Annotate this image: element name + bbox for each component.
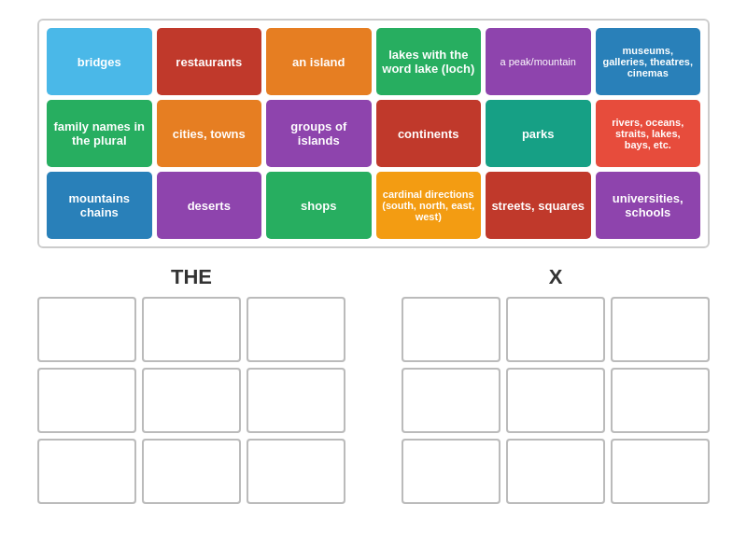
tile-continents[interactable]: continents (376, 100, 482, 167)
x-drop-group: X (402, 265, 710, 504)
drop-cell[interactable] (611, 297, 710, 362)
drop-cell[interactable] (611, 439, 710, 504)
the-drop-group: THE (37, 265, 345, 504)
tile-mountains-chains[interactable]: mountains chains (47, 172, 152, 239)
tile-lakes-word[interactable]: lakes with the word lake (loch) (376, 28, 482, 95)
tile-universities[interactable]: universities, schools (596, 172, 701, 239)
drop-cell[interactable] (247, 368, 345, 433)
drop-cell[interactable] (37, 439, 136, 504)
tile-parks[interactable]: parks (486, 100, 591, 167)
tile-rivers[interactable]: rivers, oceans, straits, lakes, bays, et… (596, 100, 701, 167)
drop-cell[interactable] (247, 439, 345, 504)
drop-cell[interactable] (402, 368, 500, 433)
bottom-section: THE X (37, 265, 710, 504)
tile-museums[interactable]: museums, galleries, theatres, cinemas (596, 28, 701, 95)
tile-grid: bridges restaurants an island lakes with… (37, 19, 710, 248)
tile-shops[interactable]: shops (266, 172, 372, 239)
x-grid (402, 297, 710, 504)
drop-cell[interactable] (142, 368, 241, 433)
tile-cities-towns[interactable]: cities, towns (157, 100, 262, 167)
tile-cardinal-directions[interactable]: cardinal directions (south, north, east,… (376, 172, 482, 239)
drop-cell[interactable] (611, 368, 710, 433)
x-label: X (402, 265, 710, 289)
drop-cell[interactable] (247, 297, 345, 362)
tile-groups-islands[interactable]: groups of islands (266, 100, 372, 167)
tile-streets-squares[interactable]: streets, squares (486, 172, 591, 239)
drop-cell[interactable] (506, 439, 605, 504)
the-grid (37, 297, 345, 504)
tile-deserts[interactable]: deserts (157, 172, 262, 239)
tile-an-island[interactable]: an island (266, 28, 372, 95)
drop-cell[interactable] (506, 297, 605, 362)
tile-bridges[interactable]: bridges (47, 28, 152, 95)
the-label: THE (37, 265, 345, 289)
drop-cell[interactable] (402, 297, 500, 362)
drop-cell[interactable] (506, 368, 605, 433)
drop-cell[interactable] (142, 439, 241, 504)
tile-restaurants[interactable]: restaurants (157, 28, 262, 95)
drop-cell[interactable] (37, 297, 136, 362)
tile-peak-mountain[interactable]: a peak/mountain (486, 28, 591, 95)
drop-cell[interactable] (37, 368, 136, 433)
drop-cell[interactable] (142, 297, 241, 362)
tile-family-names[interactable]: family names in the plural (47, 100, 152, 167)
drop-cell[interactable] (402, 439, 500, 504)
